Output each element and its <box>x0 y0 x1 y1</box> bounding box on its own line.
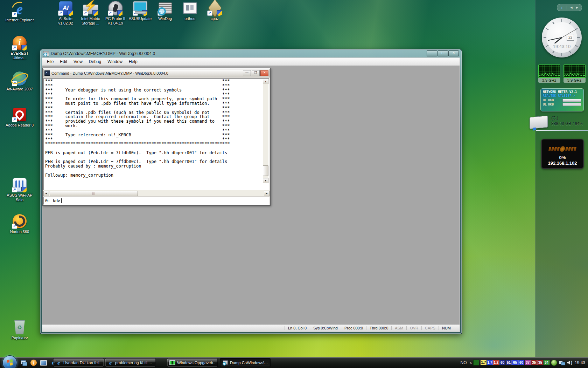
language-indicator[interactable]: NO <box>459 360 468 365</box>
debugger-command-input[interactable]: 0: kd> <box>43 197 270 205</box>
drive-usage-bar <box>536 130 588 131</box>
cpu-frequency-label: 3.9 GHz <box>538 78 560 83</box>
cpu-meter-gadget[interactable]: 3.9 GHz <box>564 64 586 83</box>
command-restore-button[interactable]: ❐ <box>252 70 260 76</box>
task-button[interactable]: Hvordan DU kan feil... <box>53 358 104 367</box>
uac-shield-icon <box>217 10 222 16</box>
menu-item[interactable]: View <box>70 59 86 64</box>
desktop-icon-label: Adobe Reader 8 <box>6 123 34 128</box>
task-button[interactable]: problemer og få til ... <box>105 358 156 367</box>
clock-gadget[interactable]: 22 19:43:10 <box>542 18 582 57</box>
status-segment: Ln 0, Col 0 <box>285 326 310 330</box>
scroll-left-button[interactable]: ◀ <box>43 191 49 196</box>
volume-tray-icon[interactable] <box>567 360 573 366</box>
task-button[interactable]: Windows Oppgaveb... <box>167 358 218 367</box>
desktop-icon[interactable]: ↗ Adobe Reader 8 <box>3 107 36 128</box>
desktop-icon[interactable]: ↗ Ad-Aware 2007 <box>3 71 36 91</box>
tray-collapse-chevron[interactable]: < <box>470 361 472 365</box>
tray-monitor-badge[interactable]: 1.7 <box>481 360 486 365</box>
desktop-icon[interactable]: ↗ ASUSUpdate <box>128 1 153 21</box>
menu-item[interactable]: File <box>44 59 57 64</box>
desktop-icon-image: ↗ <box>157 1 173 15</box>
tray-monitor-badge[interactable]: 1.7 <box>487 360 493 365</box>
desktop-icon[interactable]: ↗ cpuz <box>202 1 227 21</box>
desktop-icon[interactable]: ↗ PC Probe II V1.04.19 <box>103 1 128 26</box>
vertical-scrollbar[interactable]: ▲ ▼ <box>263 79 268 183</box>
shortcut-arrow-icon: ↗ <box>207 11 212 16</box>
close-button[interactable]: ✕ <box>448 50 459 56</box>
desktop-icon-label: AI Suite v1.02.02 <box>54 16 78 26</box>
upload-bar <box>562 103 581 106</box>
command-close-button[interactable]: ✕ <box>260 70 268 76</box>
scroll-up-button[interactable]: ▲ <box>263 79 268 84</box>
shortcut-arrow-icon: ↗ <box>12 81 17 86</box>
cpu-graph <box>564 64 586 78</box>
tray-monitor-badge[interactable]: 60 <box>518 360 524 365</box>
desktop-icon[interactable]: ↗ orthos <box>177 1 202 21</box>
task-label: Windows Oppgaveb... <box>177 361 215 365</box>
task-icon <box>56 360 62 366</box>
tray-monitor-badge[interactable]: 1.2 <box>493 360 499 365</box>
tray-monitor-badge[interactable]: 37 <box>525 360 531 365</box>
command-minimize-button[interactable]: — <box>243 70 251 76</box>
desktop-icon[interactable]: ↗ Intel Matrix Storage ... <box>78 1 103 26</box>
cpu-meter-gadget[interactable]: 3.9 GHz <box>538 64 560 83</box>
maximize-button[interactable]: ▢ <box>438 50 448 56</box>
gadget-prev-button[interactable]: ◀ <box>570 6 573 9</box>
window-title-bar[interactable]: Dump C:\Windows\MEMORY.DMP - WinDbg:6.8.… <box>42 49 460 57</box>
start-button[interactable] <box>2 355 17 368</box>
menu-item[interactable]: Help <box>126 59 141 64</box>
scroll-right-button[interactable]: ▶ <box>264 191 270 196</box>
desktop-icon-row: ↗ AI Suite v1.02.02 ↗ Intel Matrix Stora… <box>53 1 235 33</box>
tray-monitor-badge[interactable]: 34 <box>544 360 550 365</box>
command-title-bar[interactable]: >_ Command - Dump C:\Windows\MEMORY.DMP … <box>43 69 270 77</box>
clock-digital-time: 19:43:10 <box>542 44 582 49</box>
tray-monitor-badge[interactable]: 65 <box>512 360 518 365</box>
desktop-icon[interactable]: ↗ ASUS WiFi-AP Solo <box>3 177 36 202</box>
tray-monitor-badge[interactable]: 35 <box>537 360 543 365</box>
uac-shield-icon <box>68 10 73 16</box>
scroll-down-button[interactable]: ▼ <box>263 178 268 183</box>
desktop-icon[interactable]: ↗ WinDbg <box>153 1 177 21</box>
info-icon[interactable]: i <box>30 360 37 366</box>
show-desktop-icon[interactable] <box>40 359 47 366</box>
wireless-gadget[interactable]: 0% 192.168.1.102 <box>541 139 584 169</box>
desktop: ↗ Internet Explorer ↗ EVEREST Ultima... … <box>0 0 588 368</box>
taskbar-clock[interactable]: 19:43 <box>574 360 587 365</box>
add-gadget-button[interactable]: + <box>561 6 563 10</box>
menu-item[interactable]: Window <box>104 59 126 64</box>
tray-monitor-badge[interactable]: 51 <box>506 360 512 365</box>
task-button[interactable]: Dump C:\Windows\... <box>220 358 271 367</box>
gadget-next-button[interactable]: ▶ <box>576 6 578 9</box>
drive-gadget[interactable]: (C:) 388.03 GB / 94% <box>530 115 588 132</box>
desktop-icon-image: ↗ <box>12 177 28 192</box>
horizontal-scroll-thumb[interactable]: ||| <box>50 191 138 196</box>
desktop-icon[interactable]: ↗ Norton 360 <box>3 214 36 234</box>
tray-icon-green-grid[interactable] <box>473 360 479 366</box>
menu-item[interactable]: Edit <box>57 59 70 64</box>
vertical-scroll-thumb[interactable] <box>263 165 268 176</box>
status-bar: Ln 0, Col 0Sys 0:C:\WindProc 000:0Thrd 0… <box>42 324 460 332</box>
tray-monitor-badge[interactable]: 60 <box>499 360 505 365</box>
command-output-area[interactable]: *** *** *** *** *** Your debugger is not… <box>43 78 270 190</box>
horizontal-scrollbar[interactable]: ◀ ||| ▶ <box>43 190 270 196</box>
upload-value: 0KB <box>548 103 554 106</box>
shortcut-arrow-icon: ↗ <box>108 11 113 16</box>
desktop-icon-label: EVEREST Ultima... <box>5 51 34 60</box>
desktop-icon[interactable]: ↗ AI Suite v1.02.02 <box>53 1 78 26</box>
system-tray: NO < 1.71.71.26051656037353534 19:43 <box>459 357 587 368</box>
desktop-icon[interactable]: ↗ EVEREST Ultima... <box>3 35 36 60</box>
tray-icon-green-swirl[interactable] <box>551 360 557 366</box>
desktop-icon[interactable]: ↗ Papirkurv <box>3 320 36 340</box>
cpu-frequency-label: 3.9 GHz <box>564 78 586 83</box>
signal-percent: 0% <box>542 155 583 160</box>
gadget-navigator[interactable]: + ◀ ▶ <box>557 4 582 11</box>
menu-item[interactable]: Debug <box>86 59 104 64</box>
network-tray-icon[interactable] <box>559 360 566 366</box>
network-meter-gadget[interactable]: NETWORK METER V2.1 REALTEK RTL8187 > DL … <box>540 88 584 111</box>
desktop-icon[interactable]: ↗ Internet Explorer <box>3 2 36 22</box>
task-label: Dump C:\Windows\... <box>230 361 268 365</box>
minimize-button[interactable]: — <box>427 50 437 56</box>
switch-windows-icon[interactable] <box>20 359 27 366</box>
tray-monitor-badge[interactable]: 35 <box>531 360 537 365</box>
